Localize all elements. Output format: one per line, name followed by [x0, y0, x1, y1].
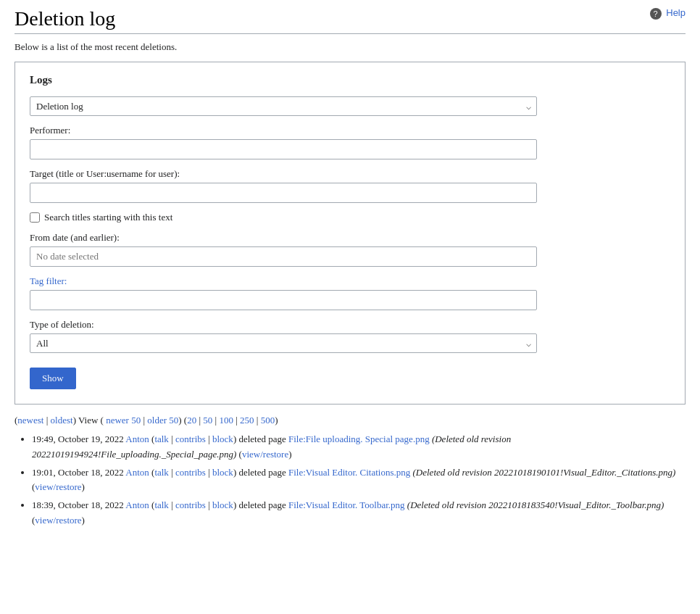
newest-link[interactable]: newest — [17, 415, 43, 426]
logs-box: Logs Deletion log Block log Move log Upl… — [14, 62, 686, 405]
target-label: Target (title or User:username for user)… — [30, 168, 670, 180]
log-block[interactable]: block — [212, 499, 233, 510]
checkbox-label: Search titles starting with this text — [44, 212, 172, 223]
page-subtitle: Below is a list of the most recent delet… — [14, 41, 686, 53]
log-entry: 18:39, October 18, 2022 Anton (talk | co… — [32, 498, 686, 528]
search-titles-checkbox[interactable] — [30, 212, 40, 223]
log-talk[interactable]: talk — [154, 499, 169, 510]
log-entry: 19:49, October 19, 2022 Anton (talk | co… — [32, 432, 686, 462]
older-50-link[interactable]: older 50 — [147, 415, 178, 426]
logs-box-title: Logs — [30, 74, 670, 86]
log-view-restore[interactable]: view/restore — [242, 449, 288, 460]
target-group: Target (title or User:username for user)… — [30, 168, 670, 203]
page-title: Deletion log — [14, 7, 686, 34]
log-time: 19:01, October 18, 2022 — [32, 467, 124, 478]
count-50-link[interactable]: 50 — [203, 415, 212, 426]
type-deletion-label: Type of deletion: — [30, 319, 670, 331]
log-note: (Deleted old revision 20221018183540!Vis… — [407, 499, 664, 510]
log-talk[interactable]: talk — [154, 433, 169, 444]
type-deletion-select[interactable]: All Revision deletion Log deletion — [30, 333, 537, 353]
target-input[interactable] — [30, 183, 537, 203]
log-time: 18:39, October 18, 2022 — [32, 499, 124, 510]
type-deletion-select-wrapper: All Revision deletion Log deletion ⌵ — [30, 333, 537, 353]
count-500-link[interactable]: 500 — [261, 415, 275, 426]
count-20-link[interactable]: 20 — [187, 415, 196, 426]
from-date-group: From date (and earlier): — [30, 232, 670, 267]
performer-group: Performer: — [30, 125, 670, 159]
log-page[interactable]: File:Visual Editor. Toolbar.png — [288, 499, 405, 510]
pagination: (newest | oldest) View ( newer 50 | olde… — [14, 415, 686, 426]
tag-filter-group: Tag filter: — [30, 275, 670, 310]
log-user[interactable]: Anton — [125, 467, 149, 478]
oldest-link[interactable]: oldest — [51, 415, 73, 426]
log-page[interactable]: File:Visual Editor. Citations.png — [288, 467, 410, 478]
type-deletion-group: Type of deletion: All Revision deletion … — [30, 319, 670, 353]
count-250-link[interactable]: 250 — [240, 415, 254, 426]
log-view-restore[interactable]: view/restore — [35, 481, 81, 492]
log-entry: 19:01, October 18, 2022 Anton (talk | co… — [32, 465, 686, 496]
log-block[interactable]: block — [212, 433, 233, 444]
log-entries-list: 19:49, October 19, 2022 Anton (talk | co… — [14, 432, 686, 528]
log-contribs[interactable]: contribs — [175, 433, 206, 444]
log-contribs[interactable]: contribs — [175, 499, 206, 510]
from-date-label: From date (and earlier): — [30, 232, 670, 244]
log-block[interactable]: block — [212, 467, 233, 478]
log-type-select[interactable]: Deletion log Block log Move log Upload l… — [30, 96, 537, 116]
log-time: 19:49, October 19, 2022 — [32, 433, 124, 444]
show-button[interactable]: Show — [30, 368, 76, 389]
log-note: (Deleted old revision 20221018190101!Vis… — [413, 467, 676, 478]
tag-filter-label[interactable]: Tag filter: — [30, 275, 670, 287]
from-date-input[interactable] — [30, 246, 537, 267]
log-user[interactable]: Anton — [125, 433, 149, 444]
newer-50-link[interactable]: newer 50 — [106, 415, 141, 426]
log-talk[interactable]: talk — [154, 467, 169, 478]
log-type-group: Deletion log Block log Move log Upload l… — [30, 96, 670, 116]
help-link[interactable]: ? Help — [650, 7, 686, 20]
log-contribs[interactable]: contribs — [175, 467, 206, 478]
help-label: Help — [666, 7, 686, 18]
performer-input[interactable] — [30, 139, 537, 159]
log-user[interactable]: Anton — [125, 499, 149, 510]
performer-label: Performer: — [30, 125, 670, 136]
tag-filter-input[interactable] — [30, 290, 537, 310]
help-icon: ? — [650, 8, 662, 20]
count-100-link[interactable]: 100 — [219, 415, 233, 426]
log-view-restore[interactable]: view/restore — [35, 515, 81, 526]
checkbox-row: Search titles starting with this text — [30, 212, 670, 223]
log-type-select-wrapper: Deletion log Block log Move log Upload l… — [30, 96, 537, 116]
log-page[interactable]: File:File uploading. Special page.png — [288, 433, 430, 444]
